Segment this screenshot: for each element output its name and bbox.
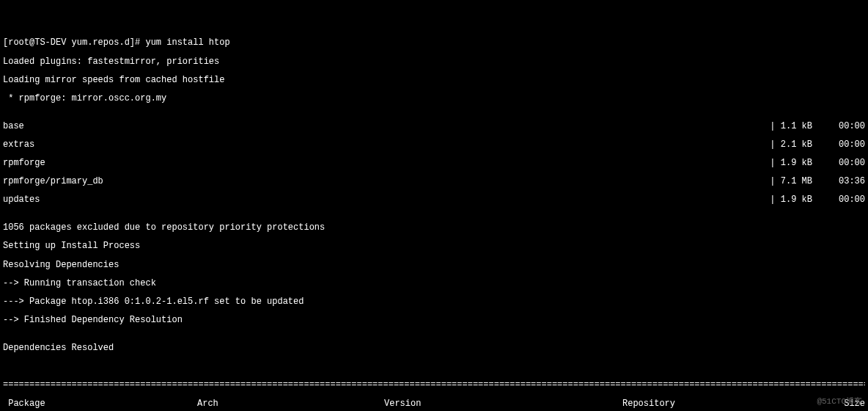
- prompt-line[interactable]: [root@TS-DEV yum.repos.d]# yum install h…: [3, 38, 865, 48]
- output-line: ---> Package htop.i386 0:1.0.2-1.el5.rf …: [3, 297, 865, 307]
- repo-name: rpmforge/primary_db: [3, 177, 103, 186]
- repo-name: rpmforge: [3, 159, 45, 168]
- repo-row: rpmforge/primary_db| 7.1 MB 03:36: [3, 177, 865, 186]
- col-package: Package: [3, 399, 197, 409]
- col-arch: Arch: [197, 399, 384, 409]
- output-line: Resolving Dependencies: [3, 261, 865, 270]
- repo-row: rpmforge| 1.9 kB 00:00: [3, 159, 865, 168]
- header-line: * rpmforge: mirror.oscc.org.my: [3, 94, 865, 103]
- repo-stats: | 1.9 kB 00:00: [770, 159, 865, 168]
- output-line: 1056 packages excluded due to repository…: [3, 223, 865, 233]
- repo-name: updates: [3, 195, 40, 205]
- output-line: --> Running transaction check: [3, 279, 865, 288]
- repo-stats: | 1.9 kB 00:00: [770, 195, 865, 205]
- col-repository: Repository: [622, 399, 813, 409]
- output-line: Dependencies Resolved: [3, 343, 865, 353]
- output-line: Setting up Install Process: [3, 241, 865, 251]
- repo-row: base| 1.1 kB 00:00: [3, 122, 865, 131]
- repo-stats: | 2.1 kB 00:00: [770, 140, 865, 150]
- header-line: Loaded plugins: fastestmirror, prioritie…: [3, 57, 865, 67]
- repo-name: base: [3, 122, 24, 131]
- repo-stats: | 1.1 kB 00:00: [770, 122, 865, 131]
- header-line: Loading mirror speeds from cached hostfi…: [3, 76, 865, 85]
- watermark: @51CTO博客: [817, 398, 862, 407]
- repo-stats: | 7.1 MB 03:36: [770, 177, 865, 186]
- repo-row: extras| 2.1 kB 00:00: [3, 140, 865, 150]
- divider: ========================================…: [3, 380, 865, 390]
- col-version: Version: [384, 399, 622, 409]
- output-line: --> Finished Dependency Resolution: [3, 316, 865, 325]
- table-header: Package Arch Version Repository Size: [3, 399, 865, 409]
- repo-row: updates| 1.9 kB 00:00: [3, 195, 865, 205]
- repo-name: extras: [3, 140, 34, 150]
